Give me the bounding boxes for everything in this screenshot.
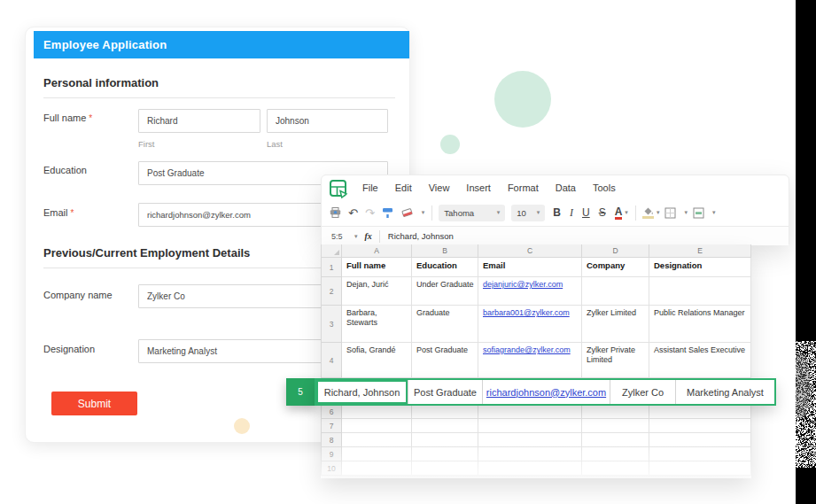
row-number[interactable]: 3 [321, 306, 342, 343]
menu-data[interactable]: Data [556, 182, 576, 193]
menu-edit[interactable]: Edit [395, 182, 412, 193]
cell-b3[interactable]: Graduate [412, 306, 478, 343]
strikethrough-button[interactable]: S [599, 206, 606, 219]
row-number[interactable]: 9 [321, 447, 342, 461]
cell-a9[interactable] [342, 447, 412, 461]
row-number[interactable]: 2 [321, 277, 342, 306]
cell-e10[interactable] [649, 461, 751, 476]
menu-file[interactable]: File [362, 182, 378, 193]
cell-b4[interactable]: Post Graduate [412, 343, 478, 378]
menu-format[interactable]: Format [508, 182, 539, 193]
row-number-5-selected[interactable]: 5 [286, 378, 315, 406]
bold-button[interactable]: B [553, 206, 561, 219]
cell-b1[interactable]: Education [412, 258, 478, 277]
font-size-select[interactable]: 10 ▾ [511, 205, 545, 221]
cell-c10[interactable] [478, 461, 582, 476]
font-color-button[interactable]: A [615, 206, 623, 220]
undo-icon[interactable]: ↶ [348, 206, 358, 220]
font-family-select[interactable]: Tahoma ▾ [439, 205, 505, 221]
cell-a8[interactable] [342, 433, 412, 447]
format-painter-icon[interactable] [382, 207, 393, 219]
chevron-down-icon[interactable]: ▾ [712, 209, 716, 216]
cell-b9[interactable] [412, 447, 478, 461]
fill-color-button[interactable] [642, 206, 654, 219]
cell-b10[interactable] [412, 461, 478, 476]
chevron-down-icon[interactable]: ▾ [354, 233, 358, 240]
underline-button[interactable]: U [582, 206, 590, 219]
cell-d1[interactable]: Company [582, 258, 649, 277]
cell-a2[interactable]: Dejan, Jurić [342, 277, 412, 306]
cell-e9[interactable] [649, 447, 751, 461]
cell-c6[interactable] [478, 405, 582, 419]
cell-b5-highlight[interactable]: Post Graduate [408, 380, 482, 404]
cell-c1[interactable]: Email [478, 258, 582, 277]
last-name-input[interactable] [267, 109, 388, 133]
cell-d4[interactable]: Zylker Private Limited [582, 343, 649, 378]
column-header-c[interactable]: C [478, 244, 582, 258]
cell-e2[interactable] [649, 277, 751, 306]
row-number[interactable]: 8 [321, 433, 342, 447]
cell-a10[interactable] [342, 461, 412, 476]
active-cell-a5[interactable]: Richard, Johnson [316, 380, 408, 404]
cell-d6[interactable] [582, 405, 649, 419]
row-number[interactable]: 4 [321, 343, 342, 378]
cell-e8[interactable] [649, 433, 751, 447]
menu-tools[interactable]: Tools [593, 182, 616, 193]
submit-button[interactable]: Submit [51, 392, 137, 415]
cell-e3[interactable]: Public Relations Manager [649, 306, 751, 343]
chevron-down-icon[interactable]: ▾ [684, 209, 688, 216]
cell-a7[interactable] [342, 419, 412, 433]
select-all-corner[interactable] [321, 244, 342, 258]
cell-a1[interactable]: Full name [342, 258, 412, 277]
cell-c9[interactable] [478, 447, 582, 461]
cell-c8[interactable] [478, 433, 582, 447]
email-link[interactable]: sofiagrande@zylker.com [483, 345, 571, 354]
cell-b2[interactable]: Under Graduate [412, 277, 478, 306]
email-link[interactable]: barbara001@zylker.com [483, 308, 570, 317]
formula-bar-value[interactable]: Richard, Johnson [388, 231, 454, 241]
column-header-b[interactable]: B [412, 244, 478, 258]
name-box[interactable]: 5:5 [331, 232, 354, 241]
cell-a6[interactable] [342, 405, 412, 419]
chevron-down-icon[interactable]: ▾ [422, 209, 425, 216]
redo-icon[interactable]: ↷ [365, 206, 375, 220]
cell-d3[interactable]: Zylker Limited [582, 306, 649, 343]
italic-button[interactable]: I [570, 206, 573, 220]
chevron-down-icon[interactable]: ▾ [657, 209, 660, 216]
column-header-e[interactable]: E [649, 244, 751, 258]
first-name-input[interactable] [138, 109, 260, 133]
email-link[interactable]: richardjohnson@zylker.com [486, 387, 606, 398]
cell-c5-highlight[interactable]: richardjohnson@zylker.com [482, 380, 610, 404]
column-header-a[interactable]: A [342, 244, 412, 258]
menu-insert[interactable]: Insert [466, 182, 491, 193]
cell-c4[interactable]: sofiagrande@zylker.com [478, 343, 582, 378]
menu-view[interactable]: View [429, 182, 450, 193]
borders-icon[interactable] [664, 207, 676, 219]
cell-e5-highlight[interactable]: Marketing Analyst [675, 380, 774, 404]
cell-d5-highlight[interactable]: Zylker Co [610, 380, 675, 404]
cell-c2[interactable]: dejanjuric@zylker.com [478, 277, 582, 306]
eraser-icon[interactable] [400, 207, 414, 219]
cell-b8[interactable] [412, 433, 478, 447]
cell-c7[interactable] [478, 419, 582, 433]
email-link[interactable]: dejanjuric@zylker.com [483, 280, 563, 289]
row-number[interactable]: 10 [321, 461, 342, 476]
cell-d9[interactable] [582, 447, 649, 461]
cell-e4[interactable]: Assistant Sales Executive [649, 343, 751, 378]
cell-e6[interactable] [649, 405, 751, 419]
chevron-down-icon[interactable]: ▾ [625, 209, 628, 216]
cell-d8[interactable] [582, 433, 649, 447]
cell-a3[interactable]: Barbara, Stewarts [342, 306, 412, 343]
print-icon[interactable] [330, 207, 341, 218]
row-number[interactable]: 6 [321, 405, 342, 419]
cell-a4[interactable]: Sofia, Grandé [342, 343, 412, 378]
cell-d7[interactable] [582, 419, 649, 433]
cell-d2[interactable] [582, 277, 649, 306]
column-header-d[interactable]: D [582, 244, 649, 258]
cell-e1[interactable]: Designation [649, 258, 751, 277]
row-number[interactable]: 7 [321, 419, 342, 433]
cell-e7[interactable] [649, 419, 751, 433]
cell-c3[interactable]: barbara001@zylker.com [478, 306, 582, 343]
merge-cells-icon[interactable] [693, 207, 704, 219]
cell-d10[interactable] [582, 461, 649, 476]
